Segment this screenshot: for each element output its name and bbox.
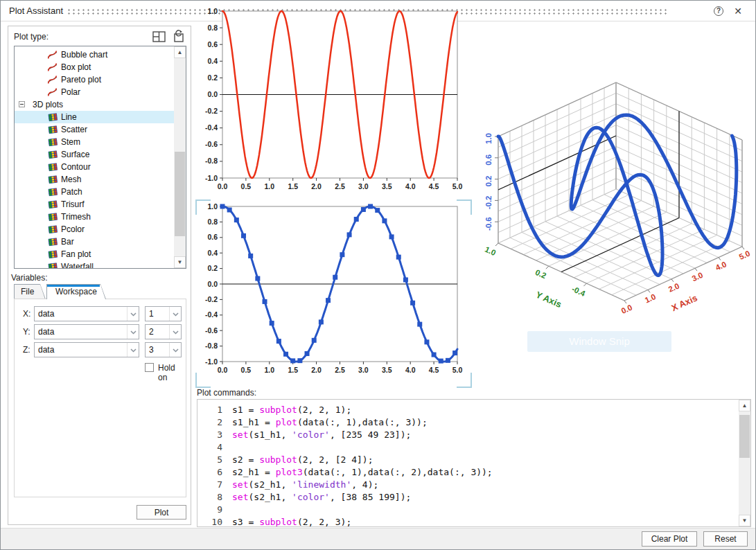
axis-label: Z: bbox=[23, 345, 30, 355]
svg-text:0.0: 0.0 bbox=[218, 182, 228, 190]
y-variable-select[interactable]: data bbox=[34, 324, 139, 339]
chevron-down-icon[interactable] bbox=[127, 343, 139, 357]
chevron-down-icon[interactable] bbox=[169, 325, 181, 339]
tab-file-label: File bbox=[21, 287, 34, 296]
tree-item-waterfall[interactable]: Waterfall bbox=[15, 260, 175, 269]
svg-text:-0.6: -0.6 bbox=[205, 326, 218, 335]
plot-commands-editor[interactable]: 1s1 = subplot(2, 2, 1);2s1_h1 = plot(dat… bbox=[197, 399, 751, 527]
svg-text:0.0: 0.0 bbox=[218, 366, 228, 374]
z-column-select[interactable]: 3 bbox=[145, 342, 182, 357]
subplot-3-blue-cosine[interactable]: 0.00.51.01.52.02.53.03.54.04.55.01.00.80… bbox=[198, 200, 468, 389]
svg-text:-0.8: -0.8 bbox=[205, 157, 218, 165]
subplot-layout-icon[interactable] bbox=[150, 30, 167, 44]
svg-text:-0.6: -0.6 bbox=[484, 217, 493, 231]
square-marker bbox=[375, 208, 380, 213]
clear-plot-button[interactable]: Clear Plot bbox=[642, 531, 697, 547]
help-icon[interactable]: ? bbox=[714, 6, 723, 16]
square-marker bbox=[417, 322, 422, 327]
svg-text:-0.4: -0.4 bbox=[205, 310, 218, 319]
scroll-up-icon[interactable]: ▲ bbox=[174, 46, 186, 58]
square-marker bbox=[276, 339, 281, 344]
chevron-down-icon[interactable] bbox=[169, 343, 181, 357]
svg-text:2.0: 2.0 bbox=[311, 182, 322, 190]
tree-item-mesh[interactable]: Mesh bbox=[15, 173, 175, 186]
z-variable-select[interactable]: data bbox=[34, 342, 139, 357]
tree-item-polar[interactable]: Polar bbox=[15, 86, 175, 98]
y-column-select[interactable]: 2 bbox=[145, 324, 182, 339]
tree-item-pcolor[interactable]: Pcolor bbox=[15, 223, 175, 236]
subplot-1-red-cosine[interactable]: 0.00.51.01.52.02.53.03.54.04.55.01.00.80… bbox=[198, 6, 468, 195]
tree-item-bubble-chart[interactable]: Bubble chart bbox=[15, 48, 175, 61]
svg-text:4.5: 4.5 bbox=[429, 366, 439, 374]
subplot-2-3d-line[interactable]: 0.01.02.03.04.05.01.00.2-0.41.00.60.2-0.… bbox=[482, 73, 754, 347]
tree-item-contour[interactable]: Contour bbox=[15, 161, 175, 173]
tree-item-surface[interactable]: Surface bbox=[15, 148, 175, 161]
expander-minus-icon[interactable] bbox=[19, 101, 25, 107]
tree-item-patch[interactable]: Patch bbox=[15, 186, 175, 198]
hold-on-checkbox[interactable] bbox=[145, 363, 154, 372]
svg-text:-1.0: -1.0 bbox=[205, 174, 218, 182]
tree-item-bar[interactable]: Bar bbox=[15, 236, 175, 248]
scrollbar-thumb[interactable] bbox=[739, 415, 750, 458]
combo-value: data bbox=[38, 345, 54, 355]
svg-text:3.0: 3.0 bbox=[358, 182, 369, 190]
tab-file[interactable]: File bbox=[14, 284, 46, 299]
square-marker bbox=[234, 218, 239, 222]
tree-item-pareto-plot[interactable]: Pareto plot bbox=[15, 73, 175, 86]
code-line-4: 4 bbox=[197, 441, 731, 454]
scroll-down-icon[interactable]: ▼ bbox=[739, 515, 750, 526]
square-marker bbox=[263, 299, 267, 304]
tree-item-trimesh[interactable]: Trimesh bbox=[15, 211, 175, 223]
tree-item-box-plot[interactable]: Box plot bbox=[15, 61, 175, 73]
reset-button[interactable]: Reset bbox=[703, 531, 748, 547]
scrollbar-thumb[interactable] bbox=[175, 152, 185, 236]
tree-item-stem[interactable]: Stem bbox=[15, 136, 175, 148]
variable-row-y: Y:data2 bbox=[15, 324, 186, 339]
svg-text:0.4: 0.4 bbox=[207, 249, 218, 257]
tree-scrollbar[interactable]: ▲ ▼ bbox=[174, 46, 186, 268]
grid-line bbox=[695, 268, 697, 271]
tree-item-scatter[interactable]: Scatter bbox=[15, 123, 175, 136]
combo-value: 2 bbox=[149, 327, 154, 337]
commands-scrollbar[interactable]: ▲ ▼ bbox=[739, 400, 750, 526]
chevron-down-icon[interactable] bbox=[127, 325, 139, 339]
x-variable-select[interactable]: data bbox=[34, 306, 139, 321]
plot-button[interactable]: Plot bbox=[137, 505, 186, 520]
svg-text:2.5: 2.5 bbox=[335, 366, 345, 374]
plot-type-tree[interactable]: WaterfallFan plotBarPcolorTrimeshTrisurf… bbox=[14, 46, 186, 269]
line-number: 8 bbox=[197, 491, 222, 504]
close-icon[interactable]: ✕ bbox=[732, 5, 744, 17]
footer-bar: Clear Plot Reset bbox=[1, 528, 755, 550]
svg-text:0.2: 0.2 bbox=[484, 176, 493, 187]
code-line-2: 2s1_h1 = plot(data(:, 1),data(:, 3)); bbox=[197, 416, 731, 429]
code-line-10: 10s3 = subplot(2, 2, 3); bbox=[197, 516, 731, 527]
tree-item-label: Contour bbox=[61, 162, 91, 172]
scroll-down-icon[interactable]: ▼ bbox=[174, 256, 186, 268]
tree-item-3d-plots[interactable]: 3D plots bbox=[15, 98, 175, 111]
svg-text:1.0: 1.0 bbox=[264, 182, 274, 190]
svg-text:0.0: 0.0 bbox=[207, 90, 218, 98]
line-number: 4 bbox=[197, 441, 222, 454]
chevron-down-icon[interactable] bbox=[127, 307, 139, 321]
svg-text:Z Axis: Z Axis bbox=[482, 179, 484, 206]
tab-workspace[interactable]: Workspace bbox=[46, 284, 106, 299]
reset-layout-icon[interactable] bbox=[172, 30, 188, 44]
square-marker bbox=[354, 217, 359, 222]
tree-item-label: Patch bbox=[61, 187, 82, 197]
svg-text:1.5: 1.5 bbox=[288, 182, 298, 190]
square-marker bbox=[319, 319, 324, 324]
svg-text:-0.8: -0.8 bbox=[205, 341, 218, 350]
tree-item-line[interactable]: Line bbox=[15, 111, 175, 123]
tree-item-fan-plot[interactable]: Fan plot bbox=[15, 248, 175, 260]
chevron-down-icon[interactable] bbox=[169, 307, 181, 321]
svg-text:X Axis: X Axis bbox=[670, 292, 699, 313]
hold-on-label: Hold on bbox=[158, 363, 186, 382]
svg-text:-0.2: -0.2 bbox=[484, 195, 493, 209]
tree-item-trisurf[interactable]: Trisurf bbox=[15, 198, 175, 211]
line-number: 9 bbox=[197, 504, 222, 516]
tree-item-label: Stem bbox=[61, 137, 80, 147]
x-column-select[interactable]: 1 bbox=[145, 306, 182, 321]
line-number: 7 bbox=[197, 479, 222, 491]
scroll-up-icon[interactable]: ▲ bbox=[739, 400, 750, 411]
svg-text:4.0: 4.0 bbox=[714, 260, 728, 272]
